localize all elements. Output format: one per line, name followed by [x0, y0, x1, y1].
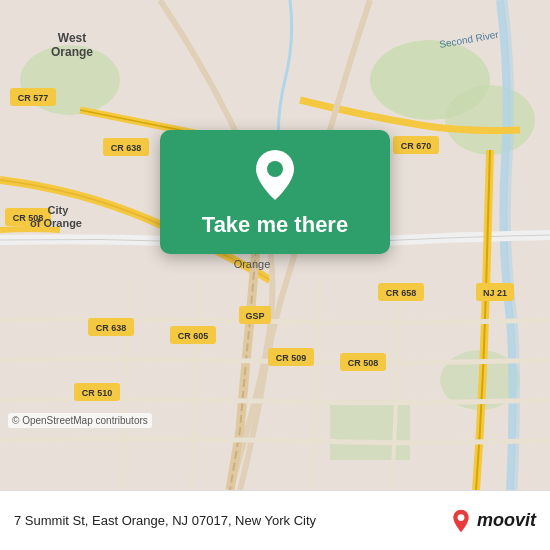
bottom-bar: 7 Summit St, East Orange, NJ 07017, New …	[0, 490, 550, 550]
svg-text:CR 577: CR 577	[18, 93, 49, 103]
address-text: 7 Summit St, East Orange, NJ 07017, New …	[14, 513, 449, 528]
svg-text:Orange: Orange	[234, 258, 271, 270]
svg-text:CR 510: CR 510	[82, 388, 113, 398]
svg-text:CR 508: CR 508	[348, 358, 379, 368]
svg-text:CR 638: CR 638	[111, 143, 142, 153]
svg-text:City: City	[48, 204, 70, 216]
svg-text:CR 509: CR 509	[276, 353, 307, 363]
svg-text:of Orange: of Orange	[30, 217, 82, 229]
svg-point-36	[267, 161, 283, 177]
moovit-wordmark: moovit	[477, 510, 536, 531]
moovit-pin-icon	[449, 509, 473, 533]
svg-text:GSP: GSP	[245, 311, 264, 321]
svg-point-2	[445, 85, 535, 155]
svg-text:CR 605: CR 605	[178, 331, 209, 341]
take-me-there-button[interactable]: Take me there	[202, 212, 348, 238]
svg-text:CR 658: CR 658	[386, 288, 417, 298]
svg-text:Orange: Orange	[51, 45, 93, 59]
svg-text:NJ 21: NJ 21	[483, 288, 507, 298]
location-pin-icon	[251, 148, 299, 202]
svg-text:CR 670: CR 670	[401, 141, 432, 151]
popup-card: Take me there	[160, 130, 390, 254]
svg-text:West: West	[58, 31, 86, 45]
svg-point-37	[458, 514, 465, 521]
osm-attribution: © OpenStreetMap contributors	[8, 413, 152, 428]
moovit-logo: moovit	[449, 509, 536, 533]
svg-rect-4	[330, 400, 410, 460]
svg-text:CR 638: CR 638	[96, 323, 127, 333]
map-container: CR 577 CR 638 CR 670 CR 508 CR 638 CR 65…	[0, 0, 550, 490]
